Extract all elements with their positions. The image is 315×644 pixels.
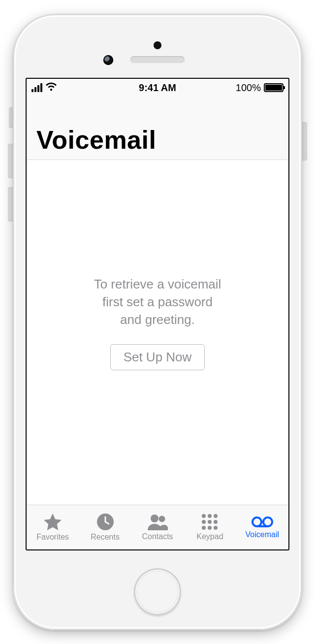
tab-voicemail[interactable]: Voicemail: [236, 505, 288, 549]
tab-contacts[interactable]: Contacts: [131, 505, 184, 549]
proximity-sensor: [154, 41, 161, 49]
front-camera: [103, 55, 113, 65]
keypad-icon: [201, 514, 218, 530]
clock-icon: [96, 513, 114, 531]
content-area: To retrieve a voicemail first set a pass…: [27, 160, 288, 505]
screen: 9:41 AM 100% Voicemail To retrieve a voi…: [26, 78, 289, 550]
status-bar: 9:41 AM 100%: [27, 79, 288, 97]
home-button[interactable]: [134, 568, 181, 615]
earpiece-speaker: [130, 56, 185, 63]
setup-message: To retrieve a voicemail first set a pass…: [94, 275, 221, 328]
svg-point-8: [214, 520, 218, 524]
set-up-now-button[interactable]: Set Up Now: [110, 344, 205, 370]
page-title: Voicemail: [27, 97, 288, 160]
tab-bar: Favorites Recents Contacts: [27, 505, 288, 549]
status-time: 9:41 AM: [91, 82, 224, 94]
svg-point-10: [208, 526, 212, 530]
battery-icon: [264, 83, 284, 92]
svg-point-11: [214, 526, 218, 530]
voicemail-icon: [251, 515, 274, 528]
cellular-signal-icon: [32, 83, 42, 92]
tab-label: Recents: [91, 533, 120, 542]
tab-label: Keypad: [196, 532, 223, 541]
svg-point-2: [159, 516, 165, 522]
tab-label: Contacts: [142, 532, 173, 541]
svg-point-3: [202, 514, 206, 518]
svg-point-12: [252, 517, 261, 526]
svg-point-6: [202, 520, 206, 524]
tab-label: Voicemail: [246, 530, 279, 539]
tab-recents[interactable]: Recents: [79, 505, 131, 549]
svg-point-4: [208, 514, 212, 518]
battery-percentage: 100%: [236, 82, 261, 94]
star-icon: [43, 513, 62, 531]
svg-point-13: [263, 517, 272, 526]
wifi-icon: [45, 82, 57, 94]
tab-favorites[interactable]: Favorites: [27, 505, 79, 549]
svg-point-9: [202, 526, 206, 530]
svg-point-1: [151, 515, 158, 522]
tab-keypad[interactable]: Keypad: [184, 505, 236, 549]
svg-point-5: [214, 514, 218, 518]
tab-label: Favorites: [36, 533, 69, 542]
svg-point-7: [208, 520, 212, 524]
contacts-icon: [147, 514, 168, 530]
